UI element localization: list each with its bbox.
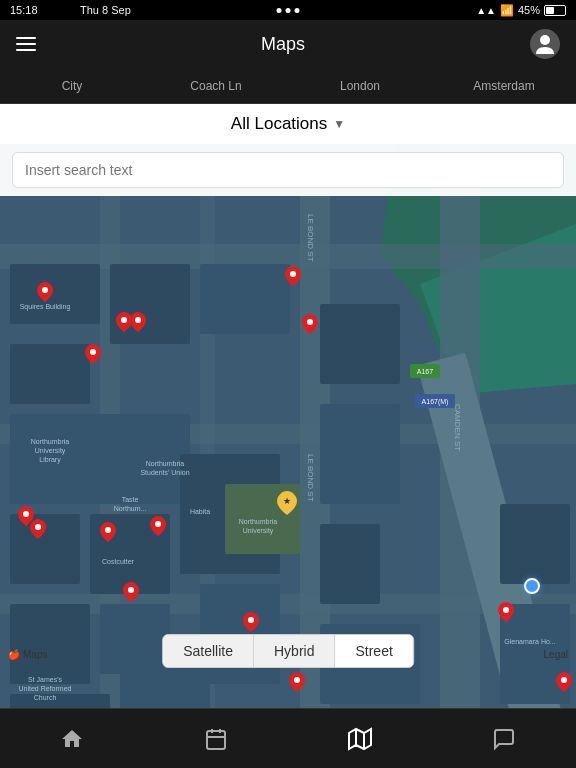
svg-marker-79 <box>349 729 371 749</box>
bottom-nav <box>0 708 576 768</box>
svg-rect-29 <box>500 504 570 584</box>
map-pin-11[interactable] <box>150 516 166 536</box>
svg-text:United Reformed: United Reformed <box>19 685 72 692</box>
svg-point-65 <box>23 511 29 517</box>
svg-rect-12 <box>10 264 100 324</box>
battery-percentage: 45% <box>518 4 540 16</box>
svg-point-66 <box>35 524 41 530</box>
user-profile-button[interactable] <box>530 29 560 59</box>
all-locations-title: All Locations <box>231 114 327 134</box>
svg-point-58 <box>42 287 48 293</box>
map-pin-glenamara[interactable] <box>498 602 514 622</box>
location-tabs: City Coach Ln London Amsterdam <box>0 68 576 104</box>
map-pin-costcutter[interactable] <box>100 522 116 542</box>
map-pin-2[interactable] <box>285 266 301 286</box>
svg-rect-75 <box>207 731 225 749</box>
map-pin-12[interactable] <box>123 582 139 602</box>
svg-point-60 <box>121 317 127 323</box>
search-input[interactable] <box>12 152 564 188</box>
map-view-controls: Satellite Hybrid Street <box>162 634 414 668</box>
map-pin-16[interactable] <box>556 672 572 692</box>
svg-point-68 <box>155 521 161 527</box>
svg-text:Library: Library <box>39 456 61 464</box>
svg-text:Church: Church <box>34 694 57 701</box>
nav-title: Maps <box>261 34 305 55</box>
svg-text:Northumbria: Northumbria <box>146 460 185 467</box>
svg-text:A167(M): A167(M) <box>422 398 449 406</box>
svg-point-0 <box>540 35 550 45</box>
hybrid-button[interactable]: Hybrid <box>254 635 335 667</box>
map-pin-9[interactable] <box>30 519 46 539</box>
svg-point-73 <box>561 677 567 683</box>
svg-rect-22 <box>100 604 170 674</box>
svg-point-71 <box>503 607 509 613</box>
svg-text:University: University <box>243 527 274 535</box>
map-pin-6[interactable] <box>302 314 318 334</box>
satellite-button[interactable]: Satellite <box>163 635 254 667</box>
svg-rect-15 <box>10 344 90 404</box>
svg-text:Squires Building: Squires Building <box>20 303 71 311</box>
map-pin-squires[interactable] <box>37 282 53 302</box>
battery-icon <box>544 5 566 16</box>
svg-text:A167: A167 <box>417 368 433 375</box>
svg-text:Northum...: Northum... <box>114 505 147 512</box>
svg-rect-25 <box>320 304 400 384</box>
status-bar: 15:18 Thu 8 Sep ▲▲ 📶 45% <box>0 0 576 20</box>
legal-label[interactable]: Legal <box>544 649 568 660</box>
svg-rect-26 <box>320 404 400 504</box>
svg-text:Habita: Habita <box>190 508 210 515</box>
svg-text:Taste: Taste <box>122 496 139 503</box>
map-pin-15[interactable] <box>289 672 305 692</box>
svg-text:LE BOND ST: LE BOND ST <box>306 214 315 262</box>
nav-bar: Maps <box>0 20 576 68</box>
svg-point-69 <box>128 587 134 593</box>
svg-text:Northumbria: Northumbria <box>31 438 70 445</box>
status-time: 15:18 <box>10 4 38 16</box>
svg-text:★: ★ <box>283 496 291 506</box>
bottom-nav-messages[interactable] <box>492 727 516 751</box>
tab-coach-ln[interactable]: Coach Ln <box>144 68 288 103</box>
svg-text:Students' Union: Students' Union <box>140 469 189 476</box>
svg-rect-27 <box>320 524 380 604</box>
map-pin-4[interactable] <box>130 312 146 332</box>
svg-text:Costcutter: Costcutter <box>102 558 135 565</box>
svg-point-72 <box>294 677 300 683</box>
cellular-icon: ▲▲ <box>476 5 496 16</box>
svg-rect-16 <box>10 414 190 504</box>
svg-point-61 <box>135 317 141 323</box>
apple-icon: 🍎 <box>8 649 20 660</box>
svg-point-67 <box>105 527 111 533</box>
current-location-dot <box>524 578 540 594</box>
map-pin-cafe-central[interactable] <box>243 612 259 632</box>
svg-text:LE BOND ST: LE BOND ST <box>306 454 315 502</box>
svg-text:Glenamara Ho...: Glenamara Ho... <box>504 638 555 645</box>
map-pin-5[interactable] <box>85 344 101 364</box>
tab-london[interactable]: London <box>288 68 432 103</box>
all-locations-header[interactable]: All Locations ▼ <box>0 104 576 144</box>
svg-point-70 <box>248 617 254 623</box>
tab-city[interactable]: City <box>0 68 144 103</box>
svg-point-62 <box>90 349 96 355</box>
street-button[interactable]: Street <box>335 635 412 667</box>
svg-text:Northumbria: Northumbria <box>239 518 278 525</box>
svg-text:CAMDEN ST: CAMDEN ST <box>453 404 462 451</box>
status-right: ▲▲ 📶 45% <box>476 4 566 17</box>
menu-button[interactable] <box>16 37 36 51</box>
bottom-nav-calendar[interactable] <box>204 727 228 751</box>
map-pin-university[interactable]: ★ <box>277 491 297 515</box>
svg-text:St James's: St James's <box>28 676 63 683</box>
status-day: Thu 8 Sep <box>80 4 131 16</box>
svg-point-63 <box>307 319 313 325</box>
svg-rect-21 <box>10 604 90 684</box>
tab-amsterdam[interactable]: Amsterdam <box>432 68 576 103</box>
search-bar-container <box>0 144 576 196</box>
apple-maps-branding: 🍎 Maps <box>8 649 47 660</box>
wifi-icon: 📶 <box>500 4 514 17</box>
svg-rect-24 <box>120 664 210 712</box>
svg-text:University: University <box>35 447 66 455</box>
status-center-dots <box>277 8 300 13</box>
bottom-nav-map[interactable] <box>348 727 372 751</box>
svg-point-59 <box>290 271 296 277</box>
all-locations-dropdown-arrow: ▼ <box>333 117 345 131</box>
bottom-nav-home[interactable] <box>60 727 84 751</box>
